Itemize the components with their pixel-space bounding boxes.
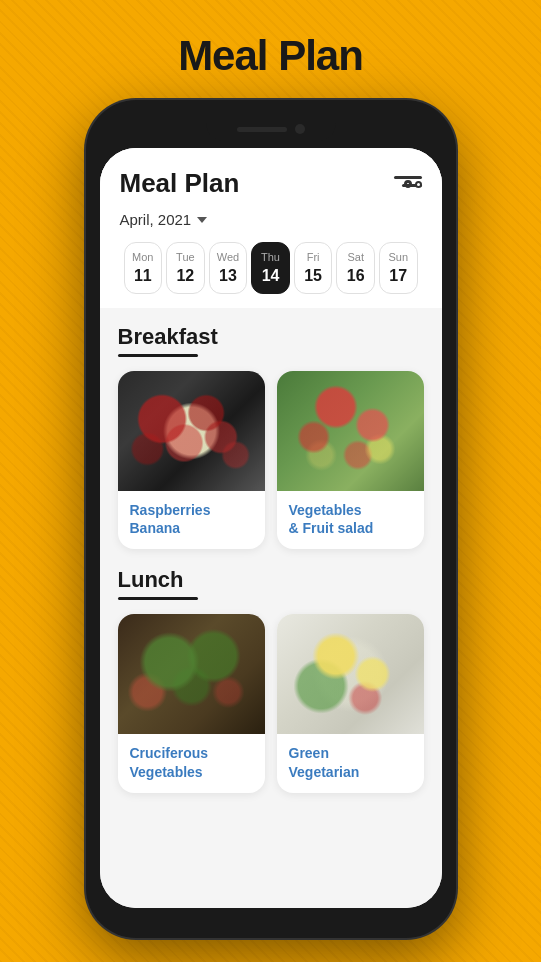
meal-card-veg-salad[interactable]: Vegetables & Fruit salad [277,371,424,549]
day-cell-thu[interactable]: Thu 14 [251,242,290,294]
lunch-section: Lunch Cruciferous Vegetables [118,567,424,792]
day-cell-wed[interactable]: Wed 13 [209,242,248,294]
meal-content: Breakfast Raspberries Banana [100,308,442,827]
meal-card-raspberries[interactable]: Raspberries Banana [118,371,265,549]
day-strip: Mon 11 Tue 12 Wed 13 Thu [120,242,422,308]
breakfast-section: Breakfast Raspberries Banana [118,324,424,549]
day-name-mon: Mon [132,251,153,263]
day-name-sat: Sat [347,251,364,263]
day-name-sun: Sun [388,251,408,263]
day-cell-sat[interactable]: Sat 16 [336,242,375,294]
page-title: Meal Plan [0,0,541,100]
meal-image-raspberries [118,371,265,491]
day-num-mon: 11 [134,267,152,285]
phone-notch [100,114,442,144]
phone-screen: Meal Plan April, 2021 [100,148,442,908]
month-label: April, 2021 [120,211,192,228]
day-num-thu: 14 [262,267,280,285]
day-cell-tue[interactable]: Tue 12 [166,242,205,294]
meal-image-cruciferous [118,614,265,734]
meal-image-veg-salad [277,371,424,491]
breakfast-underline [118,354,198,357]
meal-name-raspberries: Raspberries Banana [130,501,253,537]
day-num-fri: 15 [304,267,322,285]
lunch-underline [118,597,198,600]
day-num-sun: 17 [389,267,407,285]
day-cell-sun[interactable]: Sun 17 [379,242,418,294]
day-num-sat: 16 [347,267,365,285]
meal-name-cruciferous: Cruciferous Vegetables [130,744,253,780]
chevron-down-icon [197,217,207,223]
day-cell-fri[interactable]: Fri 15 [294,242,333,294]
day-num-wed: 13 [219,267,237,285]
day-name-thu: Thu [261,251,280,263]
day-name-fri: Fri [307,251,320,263]
day-name-wed: Wed [217,251,239,263]
breakfast-title: Breakfast [118,324,424,350]
lunch-title: Lunch [118,567,424,593]
meal-image-green-veg [277,614,424,734]
app-title: Meal Plan [120,168,240,199]
day-cell-mon[interactable]: Mon 11 [124,242,163,294]
phone-frame: Meal Plan April, 2021 [86,100,456,938]
month-selector[interactable]: April, 2021 [120,211,422,228]
filter-button[interactable] [394,172,422,196]
app-content: Meal Plan April, 2021 [100,148,442,908]
app-header: Meal Plan April, 2021 [100,148,442,308]
day-num-tue: 12 [176,267,194,285]
day-name-tue: Tue [176,251,195,263]
meal-name-green-veg: Green Vegetarian [289,744,412,780]
meal-card-green-veg[interactable]: Green Vegetarian [277,614,424,792]
meal-name-veg-salad: Vegetables & Fruit salad [289,501,412,537]
meal-card-cruciferous[interactable]: Cruciferous Vegetables [118,614,265,792]
breakfast-grid: Raspberries Banana [118,371,424,549]
lunch-grid: Cruciferous Vegetables [118,614,424,792]
